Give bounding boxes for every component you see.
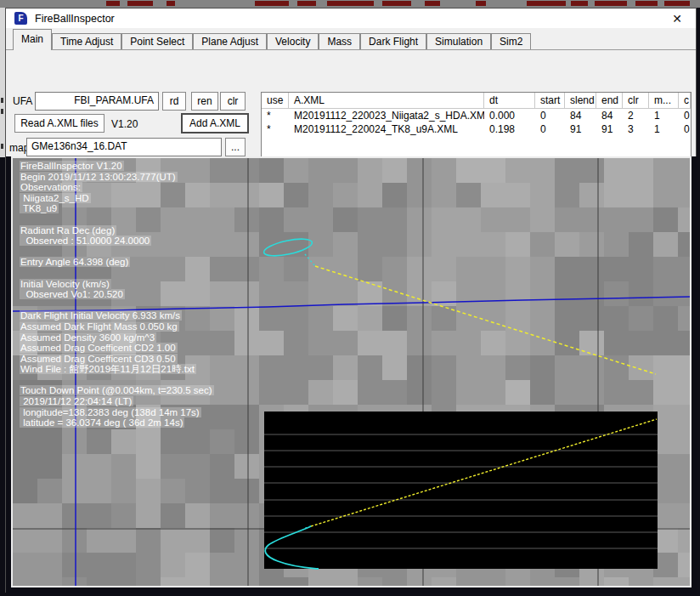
column-header-1[interactable]: A.XML bbox=[289, 93, 484, 108]
titlebar[interactable]: F FireBallInspector ✕ bbox=[6, 9, 696, 28]
map-terrain-block bbox=[161, 479, 185, 503]
map-terrain-block bbox=[308, 380, 333, 405]
table-cell: 1 bbox=[649, 122, 679, 136]
column-header-8[interactable]: c bbox=[679, 93, 691, 108]
map-terrain-block bbox=[530, 306, 555, 331]
map-terrain-block bbox=[259, 380, 284, 405]
map-terrain-block bbox=[308, 158, 333, 183]
overlay-text-line: Assumed Density 3600 kg/m^3 bbox=[20, 332, 214, 343]
table-row[interactable]: *M20191112_220023_Niigata2_s_HDA.XML0.00… bbox=[262, 109, 691, 122]
map-terrain-block bbox=[653, 158, 678, 183]
map-terrain-block bbox=[653, 380, 678, 405]
altitude-inset-chart bbox=[264, 412, 658, 569]
tab-main[interactable]: Main bbox=[13, 29, 52, 50]
map-terrain-block bbox=[456, 232, 481, 257]
tab-plane-adjust[interactable]: Plane Adjust bbox=[193, 33, 267, 50]
map-terrain-block bbox=[481, 577, 505, 586]
column-header-3[interactable]: start bbox=[535, 93, 565, 108]
map-terrain-block bbox=[259, 355, 284, 380]
overlay-text-line: Begin 2019/11/12 13:00:23.777(UT) bbox=[20, 172, 214, 183]
red-text-fragment bbox=[664, 1, 690, 6]
map-terrain-block bbox=[62, 577, 87, 586]
map-terrain-block bbox=[87, 454, 111, 479]
column-header-4[interactable]: slend bbox=[565, 93, 596, 108]
column-header-7[interactable]: m... bbox=[649, 93, 679, 108]
map-terrain-block bbox=[358, 207, 382, 232]
ren-button[interactable]: ren bbox=[191, 92, 218, 111]
tab-time-adjust[interactable]: Time Adjust bbox=[52, 33, 121, 50]
read-xml-files-button[interactable]: Read A.XML files bbox=[14, 114, 104, 133]
column-header-5[interactable]: end bbox=[596, 93, 623, 108]
tab-mass[interactable]: Mass bbox=[319, 33, 360, 50]
rd-button[interactable]: rd bbox=[162, 92, 186, 111]
map-terrain-block bbox=[481, 380, 505, 405]
map-terrain-block bbox=[678, 158, 690, 183]
map-terrain-block bbox=[456, 306, 481, 331]
tab-point-select[interactable]: Point Select bbox=[121, 33, 193, 50]
map-terrain-block bbox=[432, 158, 456, 183]
map-terrain-block bbox=[87, 479, 111, 503]
table-cell: 84 bbox=[565, 109, 596, 122]
map-terrain-block bbox=[407, 257, 432, 281]
map-terrain-block bbox=[653, 577, 678, 586]
map-terrain-block bbox=[13, 454, 37, 479]
map-terrain-block bbox=[37, 429, 62, 454]
column-header-6[interactable]: clr bbox=[623, 93, 649, 108]
map-terrain-block bbox=[308, 331, 333, 355]
column-header-2[interactable]: dt bbox=[484, 93, 535, 108]
map-terrain-block bbox=[481, 183, 505, 207]
map-terrain-block bbox=[185, 503, 210, 528]
map-terrain-block bbox=[234, 306, 259, 331]
map-terrain-block bbox=[579, 577, 604, 586]
map-terrain-block bbox=[629, 355, 653, 380]
table-cell: * bbox=[262, 122, 289, 136]
map-terrain-block bbox=[87, 577, 111, 586]
map-file-field[interactable]: GMe136n34_16.DAT bbox=[26, 138, 222, 156]
map-terrain-block bbox=[530, 207, 555, 232]
map-terrain-block bbox=[37, 553, 62, 577]
map-terrain-block bbox=[530, 355, 555, 380]
tab-dark-flight[interactable]: Dark Flight bbox=[360, 33, 426, 50]
browse-button[interactable]: ... bbox=[225, 138, 246, 156]
tab-simulation[interactable]: Simulation bbox=[426, 33, 491, 50]
map-view[interactable]: FireBallInspector V1.20Begin 2019/11/12 … bbox=[13, 158, 690, 586]
red-text-fragment bbox=[571, 1, 588, 6]
map-terrain-block bbox=[678, 479, 690, 503]
overlay-text-line: Observed Vo1: 20.520 bbox=[20, 289, 214, 300]
overlay-text-line: Dark Flight Initial Velocity 6.933 km/s bbox=[20, 310, 214, 321]
add-xml-button[interactable]: Add A.XML bbox=[181, 113, 249, 133]
map-terrain-block bbox=[678, 528, 690, 553]
map-terrain-block bbox=[234, 183, 259, 207]
map-terrain-block bbox=[579, 380, 604, 405]
overlay-text-line bbox=[20, 268, 214, 279]
map-surround: FireBallInspector V1.20Begin 2019/11/12 … bbox=[6, 156, 697, 593]
map-terrain-block bbox=[284, 577, 308, 586]
clr-button[interactable]: clr bbox=[220, 92, 246, 111]
overlay-text-line bbox=[20, 247, 214, 258]
map-terrain-block bbox=[579, 232, 604, 257]
ufa-file-field[interactable]: FBI_PARAM.UFA bbox=[35, 92, 159, 111]
map-terrain-block bbox=[87, 503, 111, 528]
map-terrain-block bbox=[530, 380, 555, 405]
table-row[interactable]: *M20191112_220024_TK8_u9A.XML0.198091913… bbox=[262, 122, 691, 136]
map-terrain-block bbox=[678, 503, 690, 528]
map-terrain-block bbox=[407, 380, 432, 405]
map-terrain-block bbox=[629, 257, 653, 281]
map-terrain-block bbox=[161, 553, 185, 577]
map-terrain-block bbox=[456, 158, 481, 183]
map-terrain-block bbox=[259, 577, 284, 586]
map-terrain-block bbox=[653, 257, 678, 281]
map-terrain-block bbox=[407, 232, 432, 257]
map-terrain-block bbox=[579, 183, 604, 207]
map-terrain-block bbox=[481, 158, 505, 183]
map-terrain-block bbox=[456, 577, 481, 586]
map-terrain-block bbox=[161, 528, 185, 553]
map-terrain-block bbox=[87, 429, 111, 454]
map-terrain-block bbox=[136, 553, 161, 577]
tab-velocity[interactable]: Velocity bbox=[267, 33, 319, 50]
tab-sim2[interactable]: Sim2 bbox=[491, 33, 531, 50]
column-header-0[interactable]: use bbox=[262, 93, 289, 108]
table-cell: 91 bbox=[565, 122, 596, 136]
map-terrain-block bbox=[432, 232, 456, 257]
close-icon[interactable]: ✕ bbox=[669, 10, 686, 27]
